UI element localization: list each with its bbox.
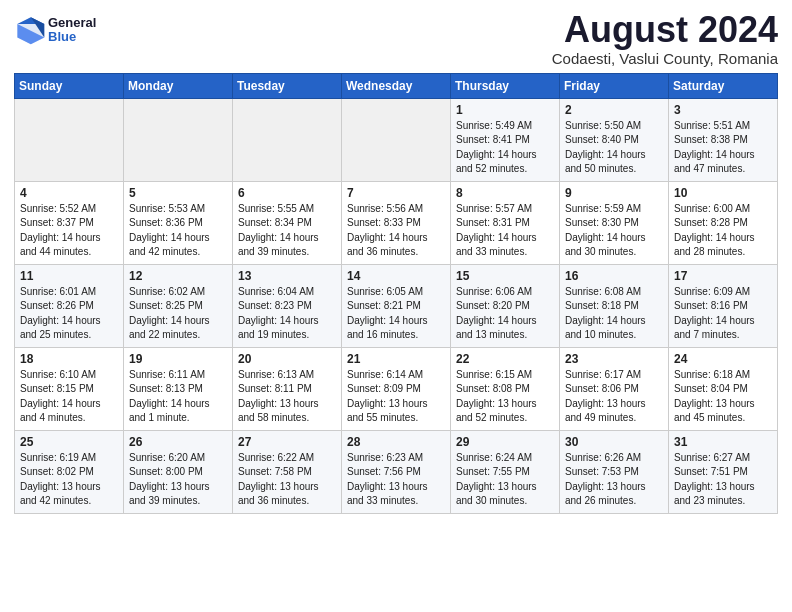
calendar-cell: 13Sunrise: 6:04 AM Sunset: 8:23 PM Dayli… <box>233 264 342 347</box>
day-info: Sunrise: 5:50 AM Sunset: 8:40 PM Dayligh… <box>565 119 664 177</box>
col-header-wednesday: Wednesday <box>342 73 451 98</box>
day-number: 27 <box>238 435 337 449</box>
day-number: 31 <box>674 435 773 449</box>
day-info: Sunrise: 6:18 AM Sunset: 8:04 PM Dayligh… <box>674 368 773 426</box>
logo-general: General <box>48 16 96 30</box>
day-info: Sunrise: 6:22 AM Sunset: 7:58 PM Dayligh… <box>238 451 337 509</box>
day-number: 24 <box>674 352 773 366</box>
calendar-cell: 22Sunrise: 6:15 AM Sunset: 8:08 PM Dayli… <box>451 347 560 430</box>
calendar-cell <box>124 98 233 181</box>
day-info: Sunrise: 6:02 AM Sunset: 8:25 PM Dayligh… <box>129 285 228 343</box>
day-info: Sunrise: 5:52 AM Sunset: 8:37 PM Dayligh… <box>20 202 119 260</box>
day-number: 20 <box>238 352 337 366</box>
logo-text: General Blue <box>48 16 96 45</box>
col-header-saturday: Saturday <box>669 73 778 98</box>
col-header-sunday: Sunday <box>15 73 124 98</box>
calendar-cell: 16Sunrise: 6:08 AM Sunset: 8:18 PM Dayli… <box>560 264 669 347</box>
day-info: Sunrise: 6:05 AM Sunset: 8:21 PM Dayligh… <box>347 285 446 343</box>
calendar-table: SundayMondayTuesdayWednesdayThursdayFrid… <box>14 73 778 514</box>
calendar-cell: 9Sunrise: 5:59 AM Sunset: 8:30 PM Daylig… <box>560 181 669 264</box>
week-row-3: 11Sunrise: 6:01 AM Sunset: 8:26 PM Dayli… <box>15 264 778 347</box>
week-row-5: 25Sunrise: 6:19 AM Sunset: 8:02 PM Dayli… <box>15 430 778 513</box>
day-number: 21 <box>347 352 446 366</box>
col-header-thursday: Thursday <box>451 73 560 98</box>
calendar-body: 1Sunrise: 5:49 AM Sunset: 8:41 PM Daylig… <box>15 98 778 513</box>
day-info: Sunrise: 5:51 AM Sunset: 8:38 PM Dayligh… <box>674 119 773 177</box>
day-info: Sunrise: 6:10 AM Sunset: 8:15 PM Dayligh… <box>20 368 119 426</box>
day-info: Sunrise: 6:06 AM Sunset: 8:20 PM Dayligh… <box>456 285 555 343</box>
day-number: 15 <box>456 269 555 283</box>
week-row-1: 1Sunrise: 5:49 AM Sunset: 8:41 PM Daylig… <box>15 98 778 181</box>
calendar-cell: 18Sunrise: 6:10 AM Sunset: 8:15 PM Dayli… <box>15 347 124 430</box>
day-number: 3 <box>674 103 773 117</box>
calendar-cell: 25Sunrise: 6:19 AM Sunset: 8:02 PM Dayli… <box>15 430 124 513</box>
day-number: 25 <box>20 435 119 449</box>
day-number: 26 <box>129 435 228 449</box>
col-header-tuesday: Tuesday <box>233 73 342 98</box>
calendar-cell: 11Sunrise: 6:01 AM Sunset: 8:26 PM Dayli… <box>15 264 124 347</box>
day-info: Sunrise: 6:24 AM Sunset: 7:55 PM Dayligh… <box>456 451 555 509</box>
calendar-cell: 1Sunrise: 5:49 AM Sunset: 8:41 PM Daylig… <box>451 98 560 181</box>
calendar-cell <box>233 98 342 181</box>
calendar-cell: 27Sunrise: 6:22 AM Sunset: 7:58 PM Dayli… <box>233 430 342 513</box>
calendar-cell: 7Sunrise: 5:56 AM Sunset: 8:33 PM Daylig… <box>342 181 451 264</box>
day-info: Sunrise: 6:26 AM Sunset: 7:53 PM Dayligh… <box>565 451 664 509</box>
day-info: Sunrise: 6:00 AM Sunset: 8:28 PM Dayligh… <box>674 202 773 260</box>
day-info: Sunrise: 6:08 AM Sunset: 8:18 PM Dayligh… <box>565 285 664 343</box>
day-info: Sunrise: 6:20 AM Sunset: 8:00 PM Dayligh… <box>129 451 228 509</box>
day-info: Sunrise: 6:11 AM Sunset: 8:13 PM Dayligh… <box>129 368 228 426</box>
calendar-cell: 28Sunrise: 6:23 AM Sunset: 7:56 PM Dayli… <box>342 430 451 513</box>
day-info: Sunrise: 5:59 AM Sunset: 8:30 PM Dayligh… <box>565 202 664 260</box>
calendar-cell: 12Sunrise: 6:02 AM Sunset: 8:25 PM Dayli… <box>124 264 233 347</box>
day-number: 29 <box>456 435 555 449</box>
calendar-cell <box>342 98 451 181</box>
day-number: 23 <box>565 352 664 366</box>
day-info: Sunrise: 6:14 AM Sunset: 8:09 PM Dayligh… <box>347 368 446 426</box>
day-info: Sunrise: 6:27 AM Sunset: 7:51 PM Dayligh… <box>674 451 773 509</box>
day-info: Sunrise: 6:17 AM Sunset: 8:06 PM Dayligh… <box>565 368 664 426</box>
calendar-cell: 14Sunrise: 6:05 AM Sunset: 8:21 PM Dayli… <box>342 264 451 347</box>
day-info: Sunrise: 6:19 AM Sunset: 8:02 PM Dayligh… <box>20 451 119 509</box>
day-number: 9 <box>565 186 664 200</box>
day-info: Sunrise: 5:55 AM Sunset: 8:34 PM Dayligh… <box>238 202 337 260</box>
page: General Blue August 2024 Codaesti, Vaslu… <box>0 0 792 612</box>
day-number: 6 <box>238 186 337 200</box>
calendar-cell: 20Sunrise: 6:13 AM Sunset: 8:11 PM Dayli… <box>233 347 342 430</box>
day-number: 16 <box>565 269 664 283</box>
week-row-4: 18Sunrise: 6:10 AM Sunset: 8:15 PM Dayli… <box>15 347 778 430</box>
calendar-cell: 24Sunrise: 6:18 AM Sunset: 8:04 PM Dayli… <box>669 347 778 430</box>
day-number: 17 <box>674 269 773 283</box>
subtitle: Codaesti, Vaslui County, Romania <box>552 50 778 67</box>
title-block: August 2024 Codaesti, Vaslui County, Rom… <box>552 10 778 67</box>
col-header-monday: Monday <box>124 73 233 98</box>
calendar-cell <box>15 98 124 181</box>
calendar-cell: 23Sunrise: 6:17 AM Sunset: 8:06 PM Dayli… <box>560 347 669 430</box>
day-number: 11 <box>20 269 119 283</box>
day-number: 14 <box>347 269 446 283</box>
calendar-cell: 19Sunrise: 6:11 AM Sunset: 8:13 PM Dayli… <box>124 347 233 430</box>
day-number: 12 <box>129 269 228 283</box>
calendar-cell: 15Sunrise: 6:06 AM Sunset: 8:20 PM Dayli… <box>451 264 560 347</box>
logo-icon <box>14 14 46 46</box>
day-number: 30 <box>565 435 664 449</box>
day-info: Sunrise: 6:13 AM Sunset: 8:11 PM Dayligh… <box>238 368 337 426</box>
calendar-cell: 31Sunrise: 6:27 AM Sunset: 7:51 PM Dayli… <box>669 430 778 513</box>
day-number: 22 <box>456 352 555 366</box>
day-number: 4 <box>20 186 119 200</box>
calendar-header: SundayMondayTuesdayWednesdayThursdayFrid… <box>15 73 778 98</box>
calendar-cell: 6Sunrise: 5:55 AM Sunset: 8:34 PM Daylig… <box>233 181 342 264</box>
calendar-cell: 17Sunrise: 6:09 AM Sunset: 8:16 PM Dayli… <box>669 264 778 347</box>
calendar-cell: 8Sunrise: 5:57 AM Sunset: 8:31 PM Daylig… <box>451 181 560 264</box>
day-number: 2 <box>565 103 664 117</box>
calendar-cell: 5Sunrise: 5:53 AM Sunset: 8:36 PM Daylig… <box>124 181 233 264</box>
week-row-2: 4Sunrise: 5:52 AM Sunset: 8:37 PM Daylig… <box>15 181 778 264</box>
day-info: Sunrise: 6:09 AM Sunset: 8:16 PM Dayligh… <box>674 285 773 343</box>
logo-blue: Blue <box>48 30 96 44</box>
day-number: 5 <box>129 186 228 200</box>
day-info: Sunrise: 5:49 AM Sunset: 8:41 PM Dayligh… <box>456 119 555 177</box>
calendar-cell: 10Sunrise: 6:00 AM Sunset: 8:28 PM Dayli… <box>669 181 778 264</box>
calendar-cell: 21Sunrise: 6:14 AM Sunset: 8:09 PM Dayli… <box>342 347 451 430</box>
day-info: Sunrise: 6:23 AM Sunset: 7:56 PM Dayligh… <box>347 451 446 509</box>
logo: General Blue <box>14 14 96 46</box>
day-number: 8 <box>456 186 555 200</box>
